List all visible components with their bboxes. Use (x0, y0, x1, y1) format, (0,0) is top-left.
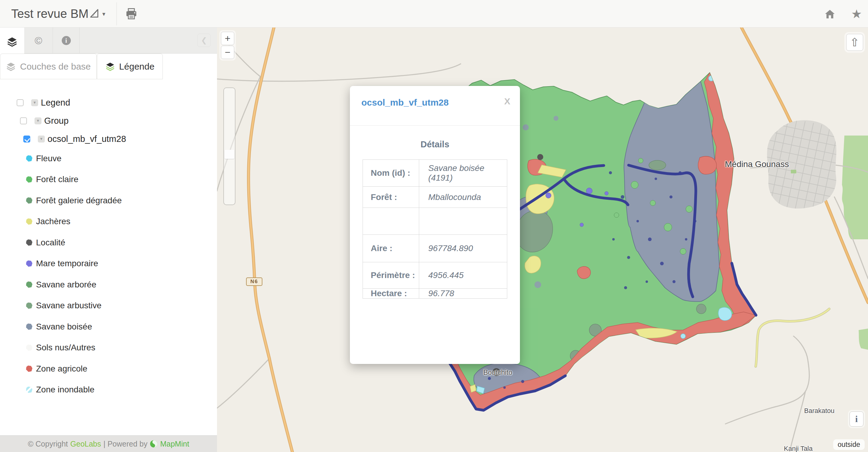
legend-item-label: Jachères (36, 217, 70, 226)
copyright-text: © Copyright (28, 440, 68, 448)
legend-item: Savane arborée (0, 274, 217, 295)
legend-swatch (26, 197, 32, 204)
detail-value: 4956.445 (419, 262, 507, 289)
legend-item-label: Zone agricole (36, 364, 88, 374)
legend-item: Zone agricole (0, 358, 217, 379)
top-navbar: Test revue BM ▾ ★ (0, 0, 868, 28)
zoom-slider-handle[interactable] (224, 150, 234, 159)
legend-swatch (26, 281, 32, 288)
details-heading: Détails (363, 139, 507, 150)
legend-item: Fleuve (0, 148, 217, 169)
legend-item: Localité (0, 232, 217, 253)
layer-tree-row: ▼ ocsol_mb_vf_utm28 (0, 130, 217, 148)
legend-swatch (26, 323, 32, 330)
tab-label: Légende (119, 61, 155, 72)
layers-icon (6, 62, 16, 71)
zoom-slider[interactable] (223, 88, 236, 205)
zoom-control: + − (219, 30, 236, 61)
legend-item-label: Forêt claire (36, 174, 79, 184)
app-title: Test revue BM (11, 0, 89, 28)
legend-item-label: Localité (36, 238, 65, 248)
legend-item-label: Savane boisée (36, 322, 92, 331)
table-row: Forêt : Mballocounda (363, 187, 507, 208)
legend-class-list: Fleuve Forêt claire Forêt galerie dégrad… (0, 148, 217, 400)
table-row (363, 208, 507, 235)
chevron-left-icon: ❮ (201, 36, 207, 44)
home-button[interactable] (825, 8, 835, 19)
map-label-boutchito: Boutchito (483, 368, 513, 377)
legend-swatch (26, 219, 32, 225)
detail-label: Hectare : (363, 289, 419, 299)
detail-value: Savane boisée (4191) (419, 160, 507, 187)
legend-item-label: Sols nus/Autres (36, 343, 95, 352)
legend-swatch (26, 155, 32, 162)
detail-value: 967784.890 (419, 235, 507, 262)
layer-tree-row: ▼ Legend (0, 94, 217, 111)
sidebar-collapse-button[interactable]: ❮ (197, 34, 211, 47)
legend-item: Zone inondable (0, 379, 217, 400)
tree-expand-icon[interactable]: ▼ (34, 118, 41, 124)
detail-value (419, 208, 507, 235)
layer-tree-label[interactable]: Group (44, 116, 69, 126)
tab-copyright[interactable]: © (24, 28, 53, 54)
map-info-button[interactable]: i (849, 412, 864, 427)
layer-checkbox[interactable] (23, 135, 30, 142)
tab-info[interactable]: i (53, 28, 80, 54)
layer-checkbox[interactable] (20, 118, 27, 124)
legend-item: Forêt galerie dégradée (0, 190, 217, 211)
popup-title: ocsol_mb_vf_utm28 (361, 97, 448, 108)
detail-label: Nom (id) : (363, 160, 419, 187)
map-viewport[interactable]: Médina Gounass Barakatou Kanji Tala Bout… (217, 28, 868, 452)
legend-item: Mare temporaire (0, 253, 217, 275)
tab-layers[interactable] (0, 28, 24, 56)
legend-swatch (26, 365, 32, 372)
print-button[interactable] (125, 8, 138, 20)
table-row: Aire : 967784.890 (363, 235, 507, 262)
attribution-control[interactable]: outside (833, 439, 865, 450)
tab-legende[interactable]: Légende (97, 54, 163, 79)
legend-item: Sols nus/Autres (0, 337, 217, 358)
popup-body: Détails Nom (id) : Savane boisée (4191) … (350, 139, 520, 299)
feature-details-table: Nom (id) : Savane boisée (4191) Forêt : … (363, 159, 507, 299)
app-window: Test revue BM ▾ ★ © i (0, 0, 868, 452)
legend-item-label: Zone inondable (36, 385, 94, 394)
legend-item-label: Mare temporaire (36, 259, 98, 268)
map-label-town: Médina Gounass (725, 159, 789, 169)
layers-icon (105, 62, 115, 71)
popup-header: ocsol_mb_vf_utm28 X (350, 86, 520, 126)
legend-swatch (26, 345, 32, 351)
measure-tool-button[interactable]: ▾ (88, 7, 112, 21)
layer-tree-label[interactable]: Legend (41, 98, 70, 108)
powered-by-text: | Powered by (103, 440, 147, 448)
detail-value: 96.778 (419, 289, 507, 299)
zoom-to-extent-button[interactable]: ⇧ (846, 34, 863, 51)
legend-item: Savane arbustive (0, 295, 217, 317)
layer-tree-label[interactable]: ocsol_mb_vf_utm28 (48, 134, 126, 144)
close-icon[interactable]: X (504, 96, 510, 106)
layer-tree: ▼ Legend ▼ Group ▼ ocsol_mb_vf_utm28 (0, 79, 217, 148)
star-favorite-button[interactable]: ★ (851, 8, 862, 19)
detail-value: Mballocounda (419, 187, 507, 208)
legend-swatch (26, 239, 32, 246)
ruler-triangle-icon (88, 7, 100, 21)
map-label-kanji-tala: Kanji Tala (784, 445, 813, 452)
map-label-barakatou: Barakatou (804, 407, 834, 415)
tree-expand-icon[interactable]: ▼ (31, 99, 38, 106)
legend-item-label: Savane arborée (36, 280, 96, 290)
legend-item: Jachères (0, 211, 217, 232)
mapmint-link[interactable]: MapMint (160, 440, 189, 448)
tab-couches-de-base[interactable]: Couches de base (0, 54, 97, 79)
legend-swatch (26, 176, 32, 183)
legend-swatch (26, 260, 32, 267)
zoom-out-button[interactable]: − (221, 46, 234, 59)
layer-checkbox[interactable] (17, 99, 24, 106)
layer-tree-row: ▼ Group (0, 111, 217, 130)
detail-label: Aire : (363, 235, 419, 262)
tree-expand-icon[interactable]: ▼ (38, 135, 45, 142)
layer-subtabs: Couches de base Légende (0, 54, 217, 79)
zoom-in-button[interactable]: + (221, 32, 234, 45)
legend-item-label: Forêt galerie dégradée (36, 196, 122, 205)
feature-popup: ocsol_mb_vf_utm28 X Détails Nom (id) : S… (350, 86, 520, 364)
geolabs-link[interactable]: GeoLabs (70, 440, 101, 448)
map-canvas[interactable] (217, 28, 868, 452)
